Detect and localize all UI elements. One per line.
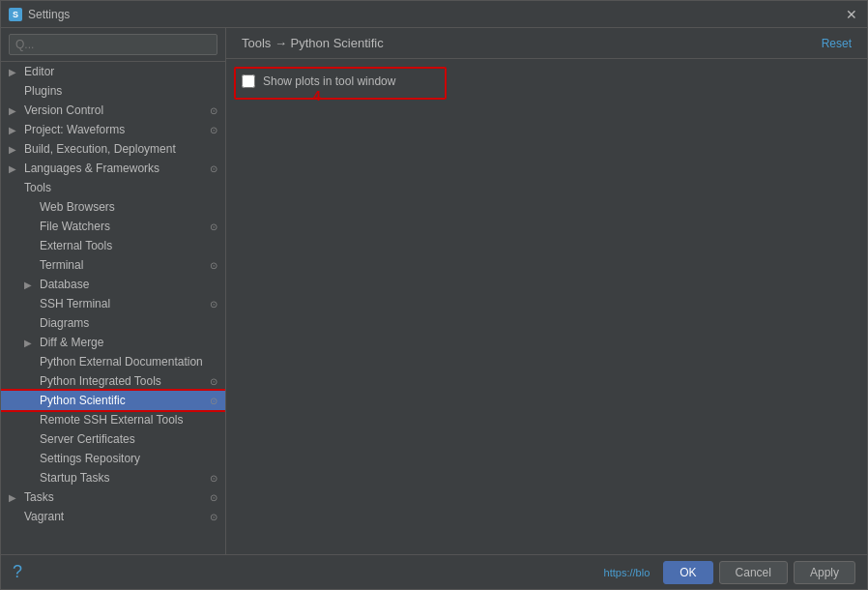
sidebar-item-label: Startup Tasks: [40, 471, 109, 485]
sync-icon: ⊙: [210, 105, 217, 116]
sidebar-item-label: Languages & Frameworks: [24, 162, 159, 175]
sidebar-item-terminal[interactable]: Terminal⊙: [1, 255, 225, 275]
ok-button[interactable]: OK: [663, 561, 712, 584]
sidebar-item-python-integrated-tools[interactable]: Python Integrated Tools⊙: [1, 371, 225, 391]
window-title: Settings: [28, 8, 70, 21]
close-button[interactable]: ✕: [844, 7, 859, 22]
sidebar-items-container: ▶Editor Plugins▶Version Control⊙▶Project…: [1, 62, 225, 526]
sidebar-item-startup-tasks[interactable]: Startup Tasks⊙: [1, 468, 225, 487]
sidebar-item-label: Vagrant: [24, 510, 64, 523]
sidebar-item-label: Settings Repository: [40, 452, 140, 465]
sidebar-item-label: Web Browsers: [40, 200, 115, 214]
sync-icon: ⊙: [210, 376, 217, 387]
sidebar-item-label: Python Scientific: [40, 394, 126, 407]
show-plots-label[interactable]: Show plots in tool window: [263, 74, 395, 88]
title-bar: S Settings ✕: [1, 1, 867, 28]
search-input[interactable]: [9, 34, 217, 55]
sync-icon: ⊙: [210, 492, 217, 503]
show-plots-row: Show plots in tool window: [242, 74, 852, 88]
sync-icon: ⊙: [210, 473, 217, 484]
footer: ? https://blo OK Cancel Apply: [1, 554, 867, 589]
sidebar-item-label: Python External Documentation: [40, 355, 203, 369]
footer-right: https://blo OK Cancel Apply: [604, 561, 855, 584]
step4-label: 4: [313, 88, 321, 103]
sidebar-item-ssh-terminal[interactable]: SSH Terminal⊙: [1, 294, 225, 313]
chevron-icon: ▶: [9, 125, 20, 135]
sidebar-item-label: Version Control: [24, 103, 103, 117]
sidebar-item-label: Remote SSH External Tools: [40, 413, 184, 427]
sidebar-item-server-certificates[interactable]: Server Certificates: [1, 429, 225, 449]
chevron-icon: ▶: [9, 144, 20, 155]
chevron-icon: ▶: [24, 338, 36, 348]
sidebar-item-diff-merge[interactable]: ▶Diff & Merge: [1, 333, 225, 352]
sidebar-item-label: External Tools: [40, 239, 112, 252]
sync-icon: ⊙: [210, 125, 217, 135]
sidebar-item-label: Plugins: [24, 84, 62, 98]
sidebar-item-label: Diagrams: [40, 316, 89, 330]
sync-icon: ⊙: [210, 299, 217, 310]
sidebar-item-web-browsers[interactable]: Web Browsers: [1, 197, 225, 217]
content-area: ▶Editor Plugins▶Version Control⊙▶Project…: [1, 28, 867, 554]
settings-window: S Settings ✕ ▶Editor Plugins▶Version Con…: [0, 0, 868, 590]
sidebar-item-project-waveforms[interactable]: ▶Project: Waveforms⊙: [1, 120, 225, 139]
search-bar: [1, 28, 225, 62]
sidebar-item-tools[interactable]: Tools: [1, 178, 225, 197]
sidebar-item-label: Server Certificates: [40, 432, 135, 446]
sidebar-item-database[interactable]: ▶Database: [1, 275, 225, 294]
sidebar-item-file-watchers[interactable]: File Watchers⊙: [1, 217, 225, 236]
sidebar-item-label: Terminal: [40, 258, 83, 272]
show-plots-checkbox[interactable]: [242, 74, 255, 88]
sidebar-item-settings-repository[interactable]: Settings Repository: [1, 449, 225, 468]
breadcrumb: Tools → Python Scientific: [242, 36, 384, 50]
sidebar: ▶Editor Plugins▶Version Control⊙▶Project…: [1, 28, 226, 554]
chevron-icon: ▶: [9, 163, 20, 174]
sidebar-item-label: Python Integrated Tools: [40, 374, 161, 388]
sidebar-item-label: Tools: [24, 181, 51, 194]
sidebar-item-vagrant[interactable]: Vagrant⊙: [1, 507, 225, 526]
sidebar-item-remote-ssh-tools[interactable]: Remote SSH External Tools: [1, 410, 225, 429]
sidebar-item-external-tools[interactable]: External Tools: [1, 236, 225, 255]
apply-button[interactable]: Apply: [794, 561, 855, 584]
chevron-icon: ▶: [24, 280, 36, 290]
sidebar-item-label: Tasks: [24, 490, 54, 504]
sidebar-item-label: File Watchers: [40, 220, 110, 233]
sidebar-item-version-control[interactable]: ▶Version Control⊙: [1, 101, 225, 120]
footer-url: https://blo: [604, 567, 651, 578]
sidebar-item-python-external-doc[interactable]: Python External Documentation: [1, 352, 225, 371]
chevron-icon: ▶: [9, 492, 20, 503]
sync-icon: ⊙: [210, 396, 217, 406]
chevron-icon: ▶: [9, 67, 20, 77]
sync-icon: ⊙: [210, 163, 217, 174]
sidebar-item-label: Database: [40, 278, 89, 291]
main-content: Show plots in tool window 4: [226, 59, 867, 554]
sidebar-item-languages-frameworks[interactable]: ▶Languages & Frameworks⊙: [1, 159, 225, 178]
sidebar-item-plugins[interactable]: Plugins: [1, 81, 225, 101]
chevron-icon: ▶: [9, 105, 20, 116]
sidebar-item-diagrams[interactable]: Diagrams: [1, 313, 225, 333]
main-header: Tools → Python Scientific Reset: [226, 28, 867, 59]
sidebar-item-editor[interactable]: ▶Editor: [1, 62, 225, 81]
main-panel: Tools → Python Scientific Reset Show plo…: [226, 28, 867, 554]
title-bar-left: S Settings: [9, 8, 70, 21]
sidebar-item-label: SSH Terminal: [40, 297, 110, 310]
sync-icon: ⊙: [210, 260, 217, 271]
sync-icon: ⊙: [210, 221, 217, 232]
help-icon[interactable]: ?: [13, 562, 22, 582]
sync-icon: ⊙: [210, 512, 217, 522]
sidebar-item-python-scientific[interactable]: Python Scientific⊙3: [1, 391, 225, 410]
sidebar-item-build-execution[interactable]: ▶Build, Execution, Deployment: [1, 139, 225, 159]
sidebar-item-label: Build, Execution, Deployment: [24, 142, 176, 156]
cancel-button[interactable]: Cancel: [719, 561, 788, 584]
sidebar-item-label: Project: Waveforms: [24, 123, 125, 136]
sidebar-item-tasks[interactable]: ▶Tasks⊙: [1, 487, 225, 507]
sidebar-item-label: Diff & Merge: [40, 336, 103, 349]
reset-link[interactable]: Reset: [822, 37, 852, 50]
app-icon: S: [9, 8, 22, 21]
sidebar-item-label: Editor: [24, 65, 54, 78]
